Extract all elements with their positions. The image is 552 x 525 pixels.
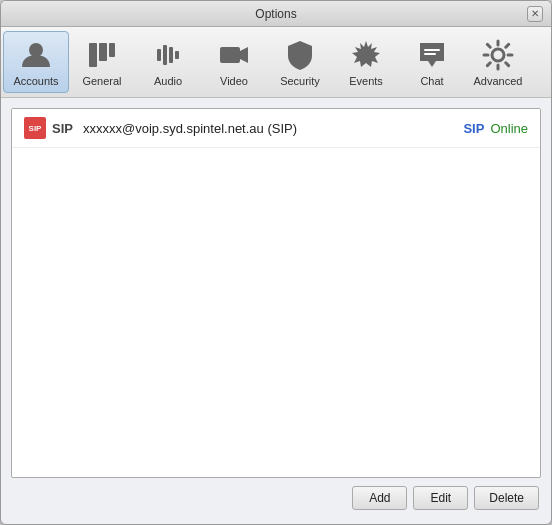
- tab-security-label: Security: [280, 75, 320, 87]
- svg-rect-1: [89, 43, 97, 67]
- tab-chat-label: Chat: [420, 75, 443, 87]
- svg-rect-4: [157, 49, 161, 61]
- tab-general[interactable]: General: [69, 31, 135, 93]
- accounts-list: SIP SIP xxxxxx@voip.syd.spintel.net.au (…: [11, 108, 541, 478]
- svg-rect-2: [99, 43, 107, 61]
- chat-icon: [414, 37, 450, 73]
- delete-button[interactable]: Delete: [474, 486, 539, 510]
- tab-audio-label: Audio: [154, 75, 182, 87]
- tab-chat[interactable]: Chat: [399, 31, 465, 93]
- tab-video-label: Video: [220, 75, 248, 87]
- general-icon: [84, 37, 120, 73]
- tab-advanced[interactable]: Advanced: [465, 31, 531, 93]
- tab-video[interactable]: Video: [201, 31, 267, 93]
- svg-rect-11: [424, 53, 436, 55]
- close-button[interactable]: ✕: [527, 6, 543, 22]
- account-status: Online: [490, 121, 528, 136]
- tab-security[interactable]: Security: [267, 31, 333, 93]
- svg-rect-7: [175, 51, 179, 59]
- svg-rect-3: [109, 43, 115, 57]
- account-type-badge: SIP: [463, 121, 484, 136]
- svg-point-0: [29, 43, 43, 57]
- accounts-icon: [18, 37, 54, 73]
- toolbar: Accounts General Audio: [1, 27, 551, 98]
- content-area: SIP SIP xxxxxx@voip.syd.spintel.net.au (…: [1, 98, 551, 524]
- svg-rect-6: [169, 47, 173, 63]
- footer-buttons: Add Edit Delete: [11, 478, 541, 514]
- tab-accounts[interactable]: Accounts: [3, 31, 69, 93]
- tab-events[interactable]: Events: [333, 31, 399, 93]
- tab-accounts-label: Accounts: [13, 75, 58, 87]
- tab-advanced-label: Advanced: [474, 75, 523, 87]
- account-sip-label: SIP: [52, 121, 73, 136]
- title-bar: Options ✕: [1, 1, 551, 27]
- account-email: xxxxxx@voip.syd.spintel.net.au (SIP): [83, 121, 463, 136]
- tab-general-label: General: [82, 75, 121, 87]
- events-icon: [348, 37, 384, 73]
- window-title: Options: [25, 7, 527, 21]
- options-window: Options ✕ Accounts General: [0, 0, 552, 525]
- tab-audio[interactable]: Audio: [135, 31, 201, 93]
- audio-icon: [150, 37, 186, 73]
- svg-rect-8: [220, 47, 240, 63]
- advanced-icon: [480, 37, 516, 73]
- svg-marker-9: [240, 47, 248, 63]
- security-icon: [282, 37, 318, 73]
- svg-rect-10: [424, 49, 440, 51]
- tab-events-label: Events: [349, 75, 383, 87]
- add-button[interactable]: Add: [352, 486, 407, 510]
- account-row[interactable]: SIP SIP xxxxxx@voip.syd.spintel.net.au (…: [12, 109, 540, 148]
- edit-button[interactable]: Edit: [413, 486, 468, 510]
- svg-rect-5: [163, 45, 167, 65]
- video-icon: [216, 37, 252, 73]
- sip-icon: SIP: [24, 117, 46, 139]
